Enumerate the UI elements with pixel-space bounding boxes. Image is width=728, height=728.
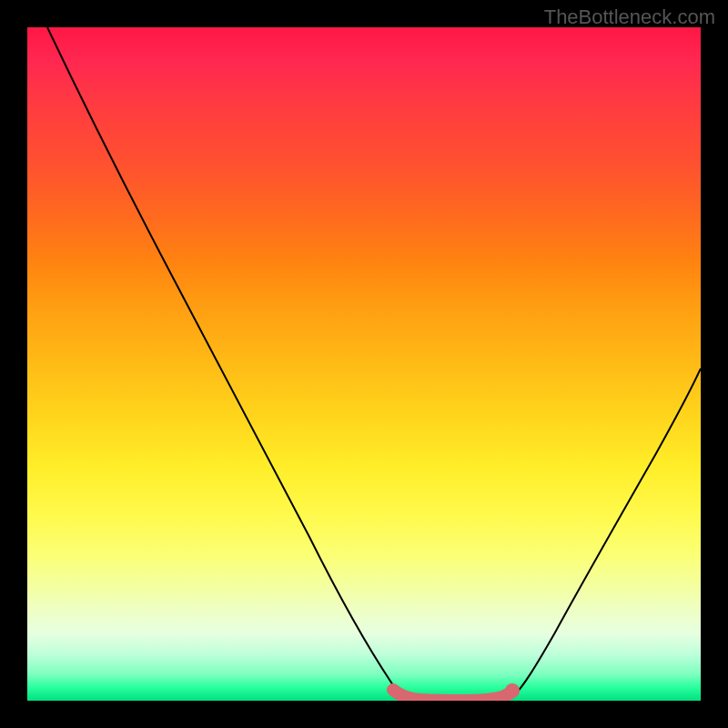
watermark-text: TheBottleneck.com [544, 5, 715, 29]
chart-plot-area [27, 27, 701, 701]
chart-svg [27, 27, 701, 701]
right-curve [513, 369, 701, 696]
valley-end-dot [505, 683, 520, 698]
left-curve [47, 27, 406, 700]
valley-floor-highlight [393, 690, 510, 701]
